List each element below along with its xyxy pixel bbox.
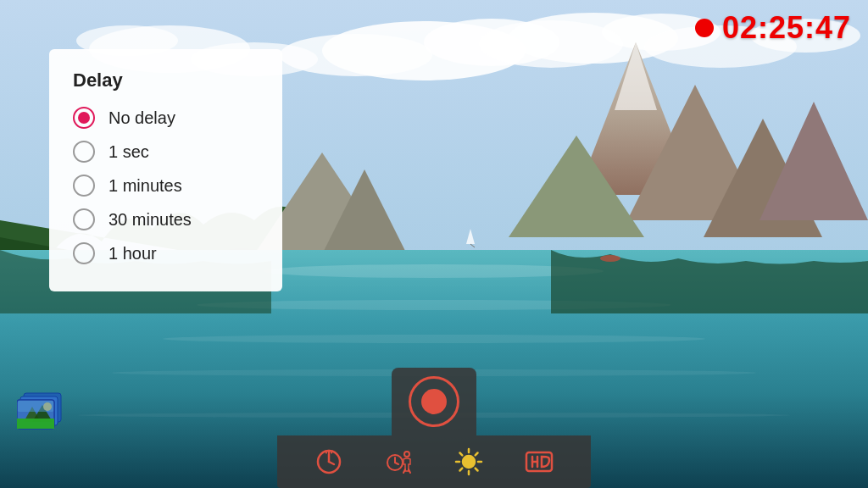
label-1sec: 1 sec [108, 142, 149, 162]
label-30min: 30 minutes [108, 210, 192, 230]
svg-line-57 [476, 469, 478, 471]
label-1hour: 1 hour [108, 244, 157, 263]
radio-1hour[interactable] [73, 242, 95, 264]
svg-line-56 [460, 453, 463, 456]
recording-indicator: 02:25:47 [695, 10, 851, 46]
radio-30min[interactable] [73, 208, 95, 230]
recording-time: 02:25:47 [722, 10, 851, 46]
delay-icon-button[interactable] [385, 447, 414, 476]
svg-line-43 [326, 452, 326, 453]
label-1min: 1 minutes [108, 176, 182, 196]
svg-line-50 [409, 469, 410, 473]
svg-rect-36 [17, 400, 54, 412]
record-button-bg [392, 368, 476, 435]
hd-icon-button[interactable] [525, 447, 554, 476]
brightness-icon-button[interactable] [454, 447, 483, 476]
svg-point-48 [404, 452, 409, 457]
svg-point-23 [163, 335, 705, 343]
svg-line-47 [395, 463, 398, 464]
record-dot [421, 389, 447, 414]
record-button-container [277, 368, 591, 435]
delay-title: Delay [73, 69, 259, 92]
toolbar-bottom-row [277, 435, 591, 488]
label-no-delay: No delay [108, 108, 175, 128]
bottom-toolbar [277, 368, 591, 488]
svg-line-59 [460, 469, 463, 471]
svg-line-49 [403, 469, 405, 473]
svg-point-28 [600, 255, 620, 262]
radio-1sec[interactable] [73, 141, 95, 163]
svg-point-51 [463, 456, 475, 468]
delay-options: No delay 1 sec 1 minutes 30 minutes 1 ho… [73, 107, 259, 264]
radio-no-delay[interactable] [73, 107, 95, 129]
gallery-icon[interactable] [17, 388, 68, 430]
delay-option-no-delay[interactable]: No delay [73, 107, 259, 129]
svg-point-6 [479, 20, 623, 68]
radio-inner-no-delay [78, 112, 90, 124]
recording-dot [695, 19, 714, 37]
record-button[interactable] [409, 376, 459, 427]
delay-option-1hour[interactable]: 1 hour [73, 242, 259, 264]
svg-line-44 [331, 452, 332, 453]
timer-icon-button[interactable] [314, 447, 343, 476]
delay-option-1sec[interactable]: 1 sec [73, 141, 259, 163]
delay-option-30min[interactable]: 30 minutes [73, 208, 259, 230]
svg-line-41 [329, 462, 334, 464]
svg-line-58 [476, 453, 478, 456]
radio-1min[interactable] [73, 175, 95, 197]
delay-panel: Delay No delay 1 sec 1 minutes 30 minute… [49, 49, 282, 291]
delay-option-1min[interactable]: 1 minutes [73, 175, 259, 197]
